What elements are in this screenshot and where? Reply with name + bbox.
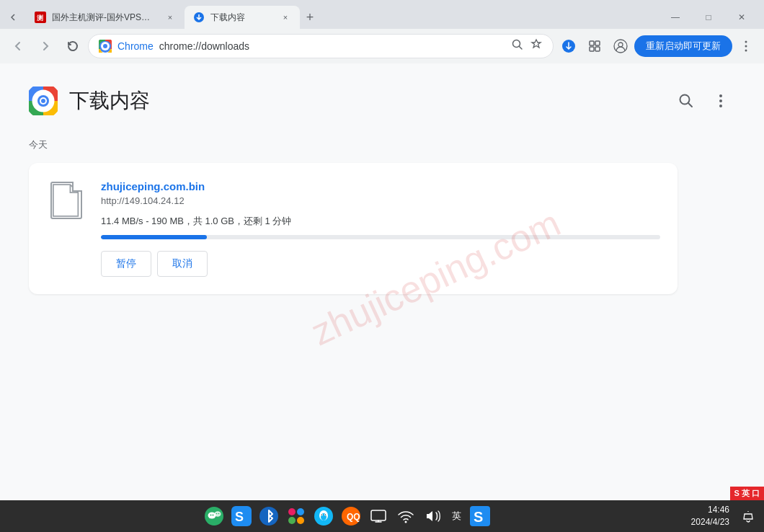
pause-button[interactable]: 暂停: [101, 251, 151, 277]
svg-point-25: [719, 105, 722, 107]
page-header: 下载内容: [29, 87, 735, 115]
file-icon: [50, 182, 82, 219]
tab-1-title: 国外主机测评-国外VPS、国外...: [52, 12, 159, 24]
reload-button[interactable]: [61, 34, 85, 58]
header-actions: [672, 87, 735, 115]
svg-point-23: [719, 94, 722, 97]
chrome-logo-small: [99, 40, 112, 53]
window-controls: — □ ✕: [659, 6, 758, 29]
download-status-icon[interactable]: [556, 34, 581, 58]
page-search-button[interactable]: [672, 87, 701, 115]
file-icon-container: [46, 180, 86, 221]
taskbar-lang-label[interactable]: 英: [449, 505, 464, 528]
progress-bar-container: [101, 235, 660, 239]
page-menu-button[interactable]: [706, 87, 735, 115]
taskbar-notification-icon[interactable]: [738, 506, 758, 526]
content-area: zhujiceping.com 下载内容: [0, 63, 764, 500]
taskbar-clock: 14:46 2024/4/23: [691, 504, 729, 528]
taskbar-time: 14:46: [691, 504, 729, 516]
taskbar-qq-icon-2[interactable]: QQ: [339, 505, 363, 528]
tab-1-close[interactable]: ×: [164, 12, 176, 23]
tab-2-favicon: [193, 12, 205, 23]
tab-2-title: 下载内容: [210, 12, 274, 24]
download-info: zhujiceping.com.bin http://149.104.24.12…: [101, 180, 660, 277]
taskbar-wechat-icon[interactable]: [203, 505, 226, 528]
back-button[interactable]: [6, 34, 30, 58]
svg-point-45: [321, 514, 322, 515]
download-filename: zhujiceping.com.bin: [101, 180, 660, 192]
taskbar-sogou-icon[interactable]: S: [230, 505, 253, 528]
taskbar: S: [0, 500, 764, 532]
svg-rect-11: [595, 47, 600, 51]
forward-button[interactable]: [33, 34, 58, 58]
svg-point-24: [719, 99, 722, 102]
download-status: 11.4 MB/s - 190 MB，共 1.0 GB，还剩 1 分钟: [101, 215, 660, 228]
taskbar-qq-icon-1[interactable]: [312, 505, 335, 528]
taskbar-sogou-s-icon[interactable]: S: [468, 505, 492, 528]
svg-point-36: [288, 508, 296, 515]
svg-text:S: S: [235, 510, 244, 524]
new-tab-button[interactable]: +: [300, 7, 320, 27]
svg-point-38: [288, 517, 296, 524]
taskbar-bluetooth-icon[interactable]: [257, 505, 280, 528]
tab-1[interactable]: 测 国外主机测评-国外VPS、国外... ×: [26, 6, 185, 29]
download-actions: 暂停 取消: [101, 251, 660, 277]
svg-point-15: [745, 45, 747, 48]
svg-point-16: [745, 50, 747, 52]
taskbar-volume-icon[interactable]: [422, 505, 445, 528]
svg-rect-9: [595, 41, 600, 45]
chrome-label: Chrome: [117, 40, 154, 52]
tab-2-close[interactable]: ×: [280, 12, 291, 23]
svg-point-5: [103, 44, 107, 48]
svg-point-50: [404, 521, 407, 523]
svg-text:测: 测: [37, 14, 43, 22]
title-bar: 测 国外主机测评-国外VPS、国外... × 下载内容 × + — □ ✕: [0, 0, 764, 29]
profile-icon[interactable]: [608, 34, 633, 58]
toolbar-icons: 重新启动即可更新: [556, 34, 758, 58]
bookmark-icon[interactable]: [530, 38, 543, 54]
address-bar[interactable]: Chrome chrome://downloads: [88, 34, 554, 58]
svg-point-32: [218, 513, 219, 515]
progress-bar-fill: [101, 235, 207, 239]
svg-text:QQ: QQ: [347, 512, 360, 522]
taskbar-wifi-icon[interactable]: [394, 505, 417, 528]
menu-icon[interactable]: [734, 34, 758, 58]
tab-1-favicon: 测: [35, 12, 46, 23]
close-button[interactable]: ✕: [725, 6, 758, 29]
svg-point-13: [618, 43, 623, 47]
update-button[interactable]: 重新启动即可更新: [634, 35, 732, 57]
taskbar-icons: S: [6, 505, 688, 528]
svg-point-29: [210, 515, 211, 516]
download-url: http://149.104.24.12: [101, 195, 660, 206]
svg-point-28: [214, 511, 221, 517]
svg-text:S: S: [474, 509, 483, 525]
svg-rect-49: [371, 510, 386, 520]
tab-scroll-left[interactable]: [6, 7, 26, 27]
chrome-logo-large: [29, 87, 58, 115]
svg-point-14: [745, 41, 747, 43]
page-title-area: 下载内容: [29, 87, 150, 115]
svg-point-46: [325, 514, 326, 515]
tab-2[interactable]: 下载内容 ×: [185, 6, 300, 29]
sougou-badge[interactable]: S 英 口: [730, 487, 764, 500]
svg-rect-8: [590, 41, 594, 45]
section-today-label: 今天: [29, 138, 735, 151]
taskbar-monitor-icon[interactable]: [367, 505, 390, 528]
download-card: zhujiceping.com.bin http://149.104.24.12…: [29, 163, 678, 294]
page-title: 下载内容: [69, 87, 150, 115]
taskbar-date: 2024/4/23: [691, 516, 729, 528]
address-bar-container: Chrome chrome://downloads: [0, 29, 764, 63]
svg-point-39: [297, 517, 304, 524]
sougou-badge-label: S 英 口: [734, 488, 760, 499]
taskbar-color-icon[interactable]: [285, 505, 308, 528]
cancel-button[interactable]: 取消: [157, 251, 208, 277]
svg-point-30: [212, 515, 213, 516]
search-icon[interactable]: [511, 38, 524, 54]
extensions-icon[interactable]: [582, 34, 607, 58]
svg-rect-10: [590, 47, 594, 51]
maximize-button[interactable]: □: [692, 6, 725, 29]
minimize-button[interactable]: —: [659, 6, 692, 29]
svg-point-37: [297, 508, 304, 515]
svg-point-21: [41, 99, 45, 103]
url-display: chrome://downloads: [159, 40, 505, 52]
